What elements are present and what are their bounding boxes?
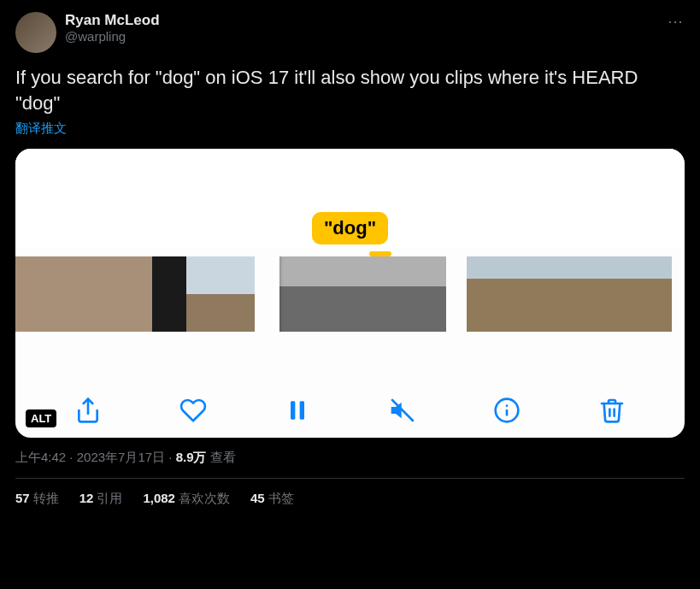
views-count: 8.9万 [176, 450, 207, 464]
bookmarks-stat[interactable]: 45书签 [250, 491, 294, 507]
timeline-frame [569, 256, 603, 332]
heart-icon[interactable] [178, 395, 209, 426]
divider [15, 478, 685, 479]
avatar[interactable] [15, 12, 56, 53]
share-icon[interactable] [73, 395, 103, 426]
display-name: Ryan McLeod [65, 12, 160, 29]
timeline-frame [638, 256, 672, 332]
mute-icon[interactable] [387, 395, 418, 426]
tweet-text: If you search for "dog" on iOS 17 it'll … [15, 65, 685, 115]
pause-icon[interactable] [282, 395, 313, 426]
views-label: 查看 [210, 450, 236, 464]
likes-stat[interactable]: 1,082喜欢次数 [143, 491, 230, 507]
timeline-frame [535, 256, 569, 332]
svg-rect-2 [300, 402, 304, 420]
video-timeline[interactable] [15, 256, 685, 332]
timeline-frame [118, 256, 152, 332]
timeline-frame [412, 256, 446, 332]
timeline-frame [309, 256, 344, 332]
timeline-frame [467, 256, 501, 332]
more-icon[interactable]: ⋯ [668, 12, 685, 31]
timeline-frame [378, 256, 412, 332]
timeline-clip[interactable] [467, 256, 672, 332]
timeline-clip-active[interactable] [275, 256, 446, 332]
timeline-frame [15, 256, 50, 332]
caption-badge-wrap: "dog" [309, 212, 391, 256]
playhead[interactable] [275, 256, 279, 332]
media-card[interactable]: "dog" [15, 149, 685, 438]
translate-link[interactable]: 翻译推文 [15, 121, 67, 137]
timeline-frame [344, 256, 378, 332]
tweet-date[interactable]: 2023年7月17日 [77, 450, 165, 464]
author-block[interactable]: Ryan McLeod @warpling [65, 12, 160, 44]
tweet-stats: 57转推 12引用 1,082喜欢次数 45书签 [15, 491, 685, 507]
retweets-stat[interactable]: 57转推 [15, 491, 59, 507]
alt-badge[interactable]: ALT [26, 409, 56, 427]
trash-icon[interactable] [597, 395, 627, 426]
caption-badge: "dog" [312, 212, 388, 244]
timeline-frame [275, 256, 309, 332]
timeline-frame [152, 256, 186, 332]
timeline-frame [501, 256, 535, 332]
tweet-header: Ryan McLeod @warpling ⋯ [15, 12, 685, 53]
media-controls [15, 395, 685, 426]
timeline-clip[interactable] [15, 256, 255, 332]
caption-caret [369, 251, 391, 256]
tweet-meta: 上午4:42 · 2023年7月17日 · 8.9万 查看 [15, 450, 685, 466]
timeline-frame [84, 256, 118, 332]
timeline-frame [50, 256, 84, 332]
quotes-stat[interactable]: 12引用 [79, 491, 123, 507]
timeline-frame [603, 256, 638, 332]
info-icon[interactable] [491, 395, 522, 426]
timeline-frame [221, 256, 255, 332]
handle: @warpling [65, 29, 160, 44]
tweet-time[interactable]: 上午4:42 [15, 450, 66, 464]
svg-rect-1 [291, 402, 295, 420]
timeline-frame [186, 256, 221, 332]
